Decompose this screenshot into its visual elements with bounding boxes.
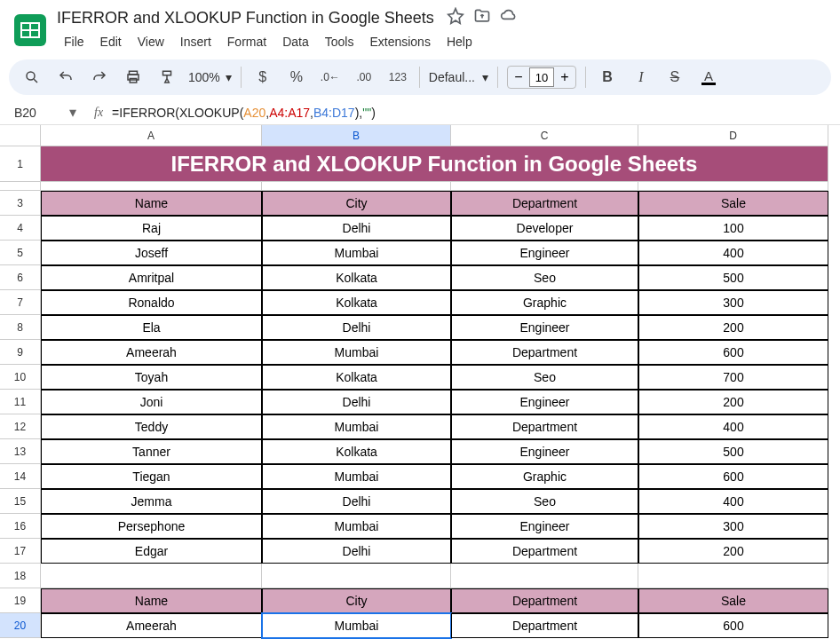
- data-cell[interactable]: Toyah: [41, 365, 262, 390]
- data-cell[interactable]: 400: [638, 414, 828, 439]
- title-cell[interactable]: IFERROR and XLOOKUP Function in Google S…: [41, 146, 828, 182]
- menu-extensions[interactable]: Extensions: [362, 31, 437, 52]
- header-cell[interactable]: Sale: [638, 588, 828, 613]
- row-header-9[interactable]: 9: [0, 340, 41, 365]
- data-cell[interactable]: Graphic: [451, 290, 638, 315]
- move-folder-icon[interactable]: [473, 7, 491, 29]
- paint-format-icon[interactable]: [155, 65, 179, 90]
- result-cell[interactable]: Department: [451, 613, 638, 638]
- data-cell[interactable]: 300: [638, 290, 828, 315]
- data-cell[interactable]: Mumbai: [262, 340, 451, 365]
- data-cell[interactable]: Department: [451, 539, 638, 564]
- row-header-10[interactable]: 10: [0, 365, 41, 390]
- data-cell[interactable]: 200: [638, 539, 828, 564]
- data-cell[interactable]: 100: [638, 216, 828, 241]
- header-cell[interactable]: Name: [41, 191, 262, 216]
- row-header-15[interactable]: 15: [0, 489, 41, 514]
- data-cell[interactable]: 500: [638, 265, 828, 290]
- data-cell[interactable]: Mumbai: [262, 241, 451, 265]
- menu-data[interactable]: Data: [275, 31, 316, 52]
- header-cell[interactable]: Department: [451, 588, 638, 613]
- data-cell[interactable]: Tiegan: [41, 464, 262, 489]
- data-cell[interactable]: Kolkata: [262, 439, 451, 464]
- data-cell[interactable]: Delhi: [262, 216, 451, 241]
- font-size-decrease[interactable]: −: [508, 67, 529, 88]
- data-cell[interactable]: 600: [638, 340, 828, 365]
- col-header-a[interactable]: A: [41, 125, 262, 146]
- data-cell[interactable]: 400: [638, 241, 828, 265]
- row-header-16[interactable]: 16: [0, 514, 41, 539]
- row-header-3[interactable]: 3: [0, 191, 41, 216]
- row-header-13[interactable]: 13: [0, 439, 41, 464]
- result-cell[interactable]: 600: [638, 613, 828, 638]
- data-cell[interactable]: Seo: [451, 489, 638, 514]
- data-cell[interactable]: Seo: [451, 365, 638, 390]
- data-cell[interactable]: 200: [638, 315, 828, 340]
- name-box[interactable]: B20: [14, 106, 69, 120]
- document-title[interactable]: IFERROR and XLOOKUP Function in Google S…: [57, 9, 434, 28]
- data-cell[interactable]: Delhi: [262, 489, 451, 514]
- data-cell[interactable]: Engineer: [451, 514, 638, 539]
- row-header-19[interactable]: 19: [0, 588, 41, 613]
- undo-icon[interactable]: [53, 65, 78, 90]
- data-cell[interactable]: Joni: [41, 390, 262, 414]
- row-header-11[interactable]: 11: [0, 390, 41, 414]
- data-cell[interactable]: 300: [638, 514, 828, 539]
- data-cell[interactable]: Teddy: [41, 414, 262, 439]
- row-header-6[interactable]: 6: [0, 265, 41, 290]
- data-cell[interactable]: Engineer: [451, 315, 638, 340]
- data-cell[interactable]: Mumbai: [262, 464, 451, 489]
- data-cell[interactable]: 500: [638, 439, 828, 464]
- data-cell[interactable]: Kolkata: [262, 365, 451, 390]
- data-cell[interactable]: 600: [638, 464, 828, 489]
- header-cell[interactable]: Sale: [638, 191, 828, 216]
- data-cell[interactable]: Engineer: [451, 241, 638, 265]
- search-icon[interactable]: [20, 65, 44, 90]
- percent-icon[interactable]: %: [284, 65, 309, 90]
- data-cell[interactable]: 200: [638, 390, 828, 414]
- decrease-decimal-icon[interactable]: .0←: [318, 65, 343, 90]
- italic-button[interactable]: I: [629, 65, 654, 90]
- zoom-select[interactable]: 100%▾: [188, 70, 232, 84]
- data-cell[interactable]: Joseff: [41, 241, 262, 265]
- row-header-5[interactable]: 5: [0, 241, 41, 265]
- star-icon[interactable]: [447, 7, 464, 29]
- data-cell[interactable]: Seo: [451, 265, 638, 290]
- col-header-b[interactable]: B: [262, 125, 451, 146]
- data-cell[interactable]: Department: [451, 414, 638, 439]
- font-size-input[interactable]: [529, 67, 554, 87]
- strikethrough-button[interactable]: S: [662, 65, 687, 90]
- col-header-d[interactable]: D: [638, 125, 828, 146]
- menu-help[interactable]: Help: [440, 31, 479, 52]
- currency-icon[interactable]: $: [250, 65, 275, 90]
- font-family-select[interactable]: Defaul...▾: [429, 70, 488, 84]
- data-cell[interactable]: Ameerah: [41, 340, 262, 365]
- data-cell[interactable]: Developer: [451, 216, 638, 241]
- text-color-button[interactable]: A: [696, 65, 721, 90]
- menu-view[interactable]: View: [131, 31, 171, 52]
- menu-tools[interactable]: Tools: [318, 31, 361, 52]
- row-header-7[interactable]: 7: [0, 290, 41, 315]
- format-number-icon[interactable]: 123: [385, 65, 410, 90]
- row-header-14[interactable]: 14: [0, 464, 41, 489]
- menu-format[interactable]: Format: [220, 31, 273, 52]
- select-all-corner[interactable]: [0, 125, 41, 146]
- row-header-12[interactable]: 12: [0, 414, 41, 439]
- data-cell[interactable]: Tanner: [41, 439, 262, 464]
- result-cell[interactable]: Mumbai: [262, 613, 451, 638]
- formula-bar[interactable]: =IFERROR(XLOOKUP(A20,A4:A17,B4:D17),""): [112, 106, 376, 120]
- header-cell[interactable]: City: [262, 191, 451, 216]
- data-cell[interactable]: Edgar: [41, 539, 262, 564]
- col-header-c[interactable]: C: [451, 125, 638, 146]
- increase-decimal-icon[interactable]: .00: [352, 65, 376, 90]
- sheets-logo[interactable]: [14, 14, 46, 46]
- menu-edit[interactable]: Edit: [93, 31, 129, 52]
- data-cell[interactable]: Department: [451, 340, 638, 365]
- cloud-status-icon[interactable]: [500, 7, 518, 29]
- font-size-increase[interactable]: +: [554, 67, 575, 88]
- row-header-18[interactable]: 18: [0, 564, 41, 588]
- menu-insert[interactable]: Insert: [173, 31, 218, 52]
- data-cell[interactable]: Mumbai: [262, 414, 451, 439]
- print-icon[interactable]: [121, 65, 146, 90]
- bold-button[interactable]: B: [595, 65, 620, 90]
